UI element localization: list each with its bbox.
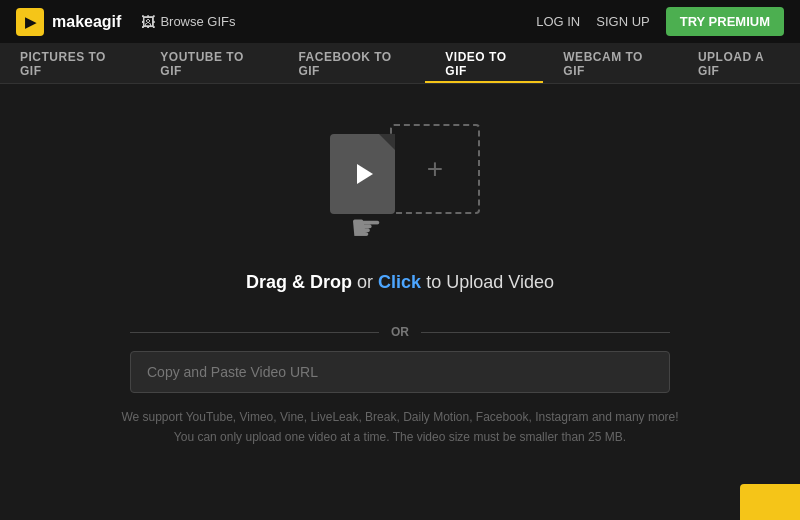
logo-text: makeagif: [52, 13, 121, 31]
drag-drop-text: Drag & Drop: [246, 272, 352, 292]
or-label: OR: [391, 325, 409, 339]
dashed-drop-rect: [390, 124, 480, 214]
nav-item-facebook-to-gif[interactable]: FACEBOOK TO GIF: [278, 44, 425, 83]
hand-cursor-icon: ☛: [350, 207, 382, 249]
upload-icon-wrapper: ☛: [320, 114, 480, 254]
upload-drop-area[interactable]: ☛ Drag & Drop or Click to Upload Video: [246, 114, 554, 293]
url-input[interactable]: [130, 351, 670, 393]
header-right: LOG IN SIGN UP TRY PREMIUM: [536, 7, 784, 36]
support-text: We support YouTube, Vimeo, Vine, LiveLea…: [121, 407, 678, 448]
or-line-right: [421, 332, 670, 333]
support-line1: We support YouTube, Vimeo, Vine, LiveLea…: [121, 407, 678, 427]
support-line2: You can only upload one video at a time.…: [121, 427, 678, 447]
nav-item-webcam-to-gif[interactable]: WEBCAM TO GIF: [543, 44, 678, 83]
header: ▶ makeagif 🖼 Browse GIFs LOG IN SIGN UP …: [0, 0, 800, 44]
signup-link[interactable]: SIGN UP: [596, 14, 649, 29]
logo-icon[interactable]: ▶: [16, 8, 44, 36]
logo-area: ▶ makeagif: [16, 8, 121, 36]
nav-item-upload-a-gif[interactable]: UPLOAD A GIF: [678, 44, 800, 83]
try-premium-button[interactable]: TRY PREMIUM: [666, 7, 784, 36]
upload-heading: Drag & Drop or Click to Upload Video: [246, 272, 554, 293]
browse-gifs-link[interactable]: 🖼 Browse GIFs: [141, 14, 235, 30]
nav-item-youtube-to-gif[interactable]: YOUTUBE TO GIF: [140, 44, 278, 83]
play-icon: [357, 164, 373, 184]
nav-item-video-to-gif[interactable]: VIDEO TO GIF: [425, 44, 543, 83]
video-file-icon: [330, 134, 395, 214]
browse-gifs-label: Browse GIFs: [160, 14, 235, 29]
or-line-left: [130, 332, 379, 333]
click-text: Click: [378, 272, 421, 292]
login-link[interactable]: LOG IN: [536, 14, 580, 29]
main-content: ☛ Drag & Drop or Click to Upload Video O…: [0, 84, 800, 468]
main-nav: PICTURES TO GIF YOUTUBE TO GIF FACEBOOK …: [0, 44, 800, 84]
nav-item-pictures-to-gif[interactable]: PICTURES TO GIF: [0, 44, 140, 83]
or-divider: OR: [130, 325, 670, 339]
bottom-bar-decoration: [740, 484, 800, 520]
image-icon: 🖼: [141, 14, 155, 30]
